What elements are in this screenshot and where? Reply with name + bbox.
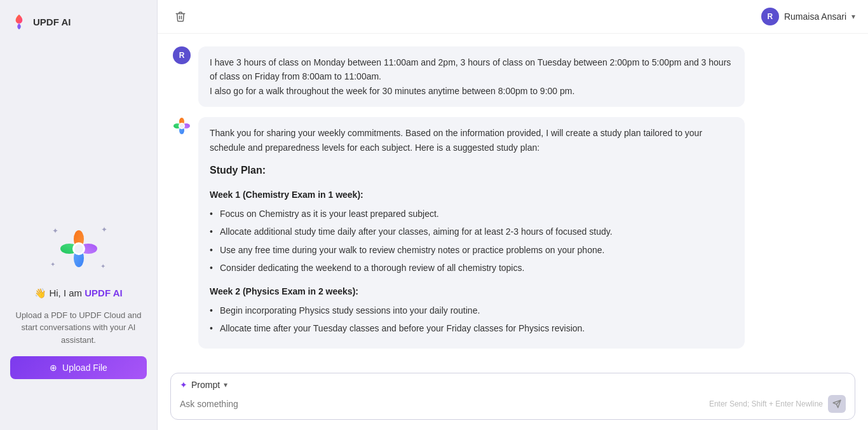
chat-header: R Rumaisa Ansari ▾ — [158, 0, 868, 34]
trash-icon — [175, 11, 186, 22]
sparkle-top-left: ✦ — [52, 226, 58, 235]
sidebar-logo: UPDF AI — [10, 13, 71, 31]
input-bottom-row: Enter Send; Shift + Enter Newline — [180, 395, 846, 413]
message-row: R I have 3 hours of class on Monday betw… — [173, 46, 853, 107]
ai-avatar-msg — [173, 117, 191, 135]
ai-logo-icon — [173, 117, 191, 135]
send-button[interactable] — [828, 395, 846, 413]
input-area: ✦ Prompt ▾ Enter Send; Shift + Enter New… — [158, 366, 868, 430]
sparkle-bottom-left: ✦ — [50, 261, 55, 268]
week1-bullets: Focus on Chemistry as it is your least p… — [210, 207, 733, 275]
input-top-row: ✦ Prompt ▾ — [180, 380, 846, 390]
list-item: Allocate additional study time daily aft… — [210, 225, 733, 239]
list-item: Begin incorporating Physics study sessio… — [210, 303, 733, 317]
sidebar: UPDF AI ✦ ✦ — [0, 0, 158, 430]
prompt-label: Prompt — [191, 380, 220, 390]
message-row: Thank you for sharing your weekly commit… — [173, 117, 853, 349]
messages-area: R I have 3 hours of class on Monday betw… — [158, 34, 868, 366]
upload-file-button[interactable]: ⊕ Upload File — [10, 356, 147, 379]
list-item: Consider dedicating the weekend to a tho… — [210, 261, 733, 275]
user-menu[interactable]: R Rumaisa Ansari ▾ — [761, 8, 855, 25]
study-plan-title: Study Plan: — [210, 162, 733, 179]
sparkle-top-right: ✦ — [101, 225, 107, 234]
user-name: Rumaisa Ansari — [784, 11, 846, 22]
app-title: UPDF AI — [33, 17, 71, 27]
upload-icon: ⊕ — [50, 363, 57, 373]
mascot-area: ✦ ✦ — [47, 220, 111, 277]
prompt-sparkle-icon: ✦ — [180, 380, 187, 390]
send-icon — [832, 399, 841, 408]
updf-logo-icon — [10, 13, 28, 31]
sparkle-bottom-right: ✦ — [100, 263, 105, 270]
mascot-icon — [60, 230, 98, 268]
user-avatar-msg: R — [173, 46, 191, 64]
chevron-down-icon: ▾ — [851, 12, 855, 21]
greeting-text: 👋 Hi, I am UPDF AI — [34, 288, 122, 299]
input-hint-text: Enter Send; Shift + Enter Newline — [709, 399, 823, 408]
ask-input[interactable] — [180, 399, 709, 409]
input-container: ✦ Prompt ▾ Enter Send; Shift + Enter New… — [170, 373, 855, 420]
user-message-bubble: I have 3 hours of class on Monday betwee… — [198, 46, 745, 107]
prompt-chevron-icon[interactable]: ▾ — [224, 380, 227, 389]
week2-bullets: Begin incorporating Physics study sessio… — [210, 303, 733, 336]
list-item: Focus on Chemistry as it is your least p… — [210, 207, 733, 221]
ai-message-bubble: Thank you for sharing your weekly commit… — [198, 117, 745, 349]
svg-point-5 — [74, 244, 83, 253]
sidebar-center: ✦ ✦ — [10, 220, 147, 380]
week2-title: Week 2 (Physics Exam in 2 weeks): — [210, 284, 733, 298]
list-item: Allocate time after your Tuesday classes… — [210, 321, 733, 335]
user-message-text: I have 3 hours of class on Monday betwee… — [210, 55, 733, 98]
chat-main: R Rumaisa Ansari ▾ R I have 3 hours of c… — [158, 0, 868, 430]
sidebar-description: Upload a PDF to UPDF Cloud and start con… — [10, 309, 147, 347]
ai-intro-text: Thank you for sharing your weekly commit… — [210, 126, 733, 155]
list-item: Use any free time during your walk to re… — [210, 243, 733, 257]
clear-chat-button[interactable] — [170, 6, 191, 27]
week1-title: Week 1 (Chemistry Exam in 1 week): — [210, 188, 733, 202]
avatar: R — [761, 8, 779, 25]
svg-point-11 — [180, 124, 184, 128]
